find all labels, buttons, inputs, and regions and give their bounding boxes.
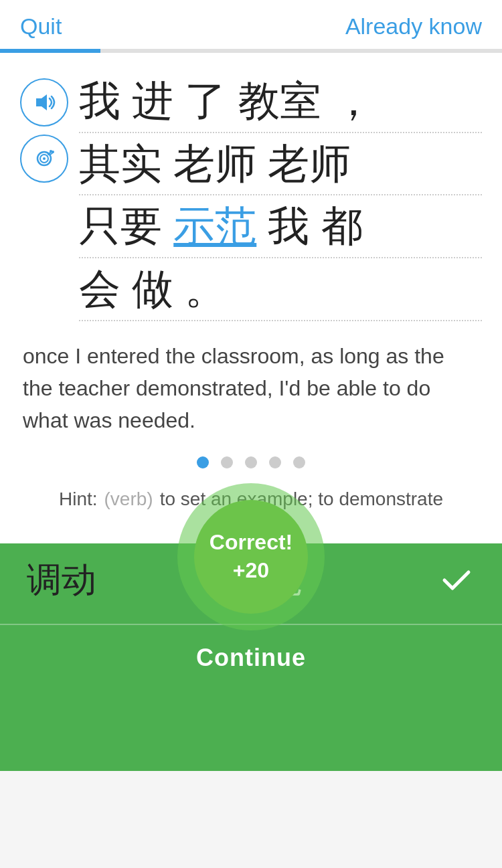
dot-1 <box>197 456 209 468</box>
audio-text-row: 我 进 了 教室 ， 其实 老师 老师 只要 示范 我 都 会 做 。 <box>20 73 482 324</box>
check-icon <box>438 561 475 599</box>
answer-left-word: 调动 <box>27 557 96 604</box>
continue-button[interactable]: Continue <box>0 624 502 691</box>
dot-4 <box>269 456 281 468</box>
main-content: 我 进 了 教室 ， 其实 老师 老师 只要 示范 我 都 会 做 。 once… <box>0 53 502 543</box>
points-label: +20 <box>233 557 269 585</box>
hint-type: (verb) <box>104 489 153 510</box>
speaker-icon <box>32 90 56 114</box>
svg-marker-0 <box>36 94 47 110</box>
dot-2 <box>221 456 233 468</box>
svg-point-3 <box>43 157 46 160</box>
quit-button[interactable]: Quit <box>20 13 62 39</box>
speaker-button[interactable] <box>20 78 68 126</box>
svg-point-7 <box>52 151 54 153</box>
dot-3 <box>245 456 257 468</box>
slow-speaker-button[interactable] <box>20 135 68 183</box>
correct-popup-inner: Correct! +20 <box>194 500 308 614</box>
hint-label: Hint: <box>59 489 98 510</box>
chinese-text: 我 进 了 教室 ， 其实 老师 老师 只要 示范 我 都 会 做 。 <box>79 73 482 324</box>
checkmark-svg <box>439 563 474 598</box>
pagination-dots <box>20 456 482 468</box>
chinese-line-1: 我 进 了 教室 ， <box>79 73 482 133</box>
correct-popup: Correct! +20 <box>177 483 325 630</box>
header: Quit Already know <box>0 0 502 49</box>
slow-speaker-icon <box>32 147 56 171</box>
chinese-line-3: 只要 示范 我 都 <box>79 198 482 258</box>
chinese-line-2: 其实 老师 老师 <box>79 136 482 196</box>
chinese-line-4: 会 做 。 <box>79 261 482 321</box>
already-know-button[interactable]: Already know <box>345 13 482 39</box>
translation-text: once I entered the classroom, as long as… <box>20 340 482 436</box>
correct-label: Correct! <box>210 529 292 557</box>
answer-area: Correct! +20 调动 示范 Continue <box>0 543 502 771</box>
highlight-word[interactable]: 示范 <box>173 203 256 249</box>
dot-5 <box>293 456 305 468</box>
